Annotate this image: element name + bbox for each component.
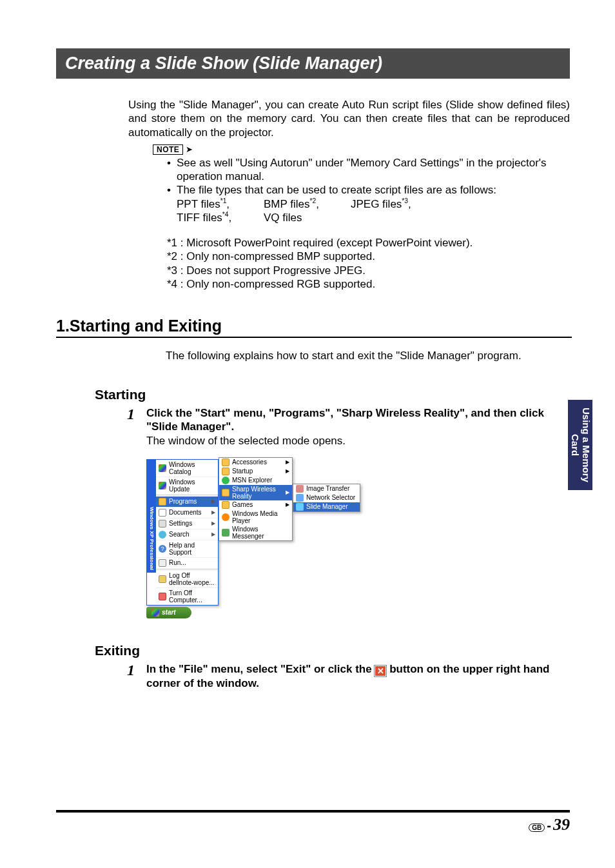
section-heading: 1.Starting and Exiting [56, 317, 572, 338]
startmenu-item[interactable]: Settings▶ [156, 518, 218, 529]
filetype-tiff: TIFF files*4, [177, 211, 264, 224]
submenu-sharp-wireless[interactable]: Sharp Wireless Reality▶ [219, 485, 292, 500]
filetype-jpeg: JPEG files*3, [351, 197, 411, 211]
startmenu-programs[interactable]: Programs▶ [156, 496, 218, 507]
submenu-item[interactable]: Image Transfer [293, 484, 360, 493]
step-number: 1 [127, 662, 146, 691]
bullet-icon: • [167, 183, 177, 197]
submenu-item[interactable]: Accessories▶ [219, 458, 292, 467]
startmenu-item[interactable]: Turn Off Computer... [156, 587, 218, 605]
documents-icon [159, 509, 166, 517]
sharp-submenu: Image Transfer Network Selector Slide Ma… [293, 484, 360, 512]
startmenu-item[interactable]: Search▶ [156, 529, 218, 540]
windows-icon [159, 464, 166, 472]
help-icon: ? [159, 545, 166, 553]
intro-paragraph: Using the "Slide Manager", you can creat… [128, 98, 570, 139]
submenu-slide-manager[interactable]: Slide Manager [293, 502, 360, 511]
start-button[interactable]: start [146, 607, 191, 618]
search-icon [159, 531, 166, 538]
note-label: NOTE [153, 144, 183, 155]
startmenu-item[interactable]: Log Off dellnote-wope... [156, 570, 218, 587]
page-number: GB - 39 [529, 815, 570, 834]
footnote-1: *1 : Microsoft PowerPoint required (exce… [167, 236, 570, 250]
windows-flag-icon [151, 609, 159, 616]
submenu-item[interactable]: Network Selector [293, 493, 360, 502]
submenu-item[interactable]: Windows Messenger [219, 525, 292, 540]
submenu-item[interactable]: Startup▶ [219, 467, 292, 476]
startmenu-item[interactable]: Run... [156, 557, 218, 568]
footnote-2: *2 : Only non-compressed BMP supported. [167, 250, 570, 263]
startmenu-item[interactable]: ?Help and Support [156, 540, 218, 557]
logoff-icon [159, 575, 166, 583]
settings-icon [159, 520, 166, 528]
submenu-item[interactable]: Windows Media Player [219, 509, 292, 525]
submenu-item[interactable]: MSN Explorer [219, 476, 292, 485]
bullet2: The file types that can be used to creat… [177, 183, 496, 197]
subheading-starting: Starting [95, 387, 570, 402]
run-icon [159, 559, 166, 567]
filetype-vq: VQ files [264, 211, 351, 224]
footnote-3: *3 : Does not support Progressive JPEG. [167, 264, 570, 277]
xp-strip-label: Windows XP Professional [149, 507, 155, 573]
exiting-step-part-a: In the "File" menu, select "Exit" or cli… [146, 663, 375, 675]
folder-icon [159, 498, 166, 506]
chevron-right-icon: ▶ [211, 498, 215, 504]
section-intro: The following explains how to start and … [166, 350, 570, 362]
region-badge: GB [529, 824, 545, 832]
start-menu-screenshot: Windows XP Professional Windows Catalog … [146, 459, 436, 618]
filetype-ppt: PPT files*1, [177, 197, 264, 211]
windows-icon [159, 482, 166, 489]
starting-step-bold: Click the "Start" menu, "Programs", "Sha… [146, 407, 544, 433]
subheading-exiting: Exiting [95, 643, 570, 658]
step-number: 1 [127, 406, 146, 448]
shutdown-icon [159, 593, 166, 600]
submenu-item[interactable]: Games▶ [219, 500, 292, 509]
page-title: Creating a Slide Show (Slide Manager) [56, 48, 570, 79]
note-arrow-icon: ➤ [186, 144, 193, 154]
startmenu-item[interactable]: Windows Catalog [156, 460, 218, 477]
starting-step-text: The window of the selected mode opens. [146, 435, 346, 447]
filetype-bmp: BMP files*2, [264, 197, 351, 211]
startmenu-item[interactable]: Windows Update [156, 477, 218, 494]
close-icon: ✕ [375, 666, 386, 676]
section-side-tab: Using a Memory Card [568, 400, 592, 490]
programs-submenu: Accessories▶ Startup▶ MSN Explorer Sharp… [219, 457, 293, 541]
footer-rule [56, 810, 570, 813]
footnote-4: *4 : Only non-compressed RGB supported. [167, 277, 570, 291]
bullet-icon: • [167, 156, 177, 184]
bullet1: See as well "Using Autorun" under "Memor… [177, 156, 570, 184]
startmenu-item[interactable]: Documents▶ [156, 507, 218, 518]
